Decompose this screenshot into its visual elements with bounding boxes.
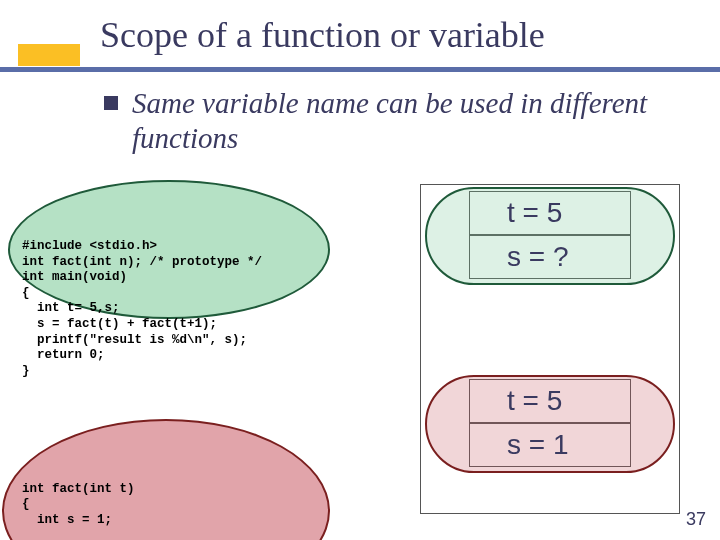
fact-s-label: s = 1 — [507, 429, 568, 461]
code-main-text: #include <stdio.h> int fact(int n); /* p… — [22, 239, 332, 380]
scope-diagram: t = 5 s = ? t = 5 s = 1 — [420, 184, 680, 514]
bullet-icon — [104, 96, 118, 110]
main-t-label: t = 5 — [507, 197, 562, 229]
code-area: #include <stdio.h> int fact(int n); /* p… — [12, 184, 342, 540]
code-block-fact: int fact(int t) { int s = 1; while(t>1) … — [12, 427, 342, 540]
bullet-row: Same variable name can be used in differ… — [104, 86, 690, 156]
bullet-text: Same variable name can be used in differ… — [132, 86, 690, 156]
accent-square — [18, 44, 80, 66]
slide: Scope of a function or variable Same var… — [0, 0, 720, 540]
slide-title: Scope of a function or variable — [100, 14, 545, 56]
code-fact-text: int fact(int t) { int s = 1; while(t>1) … — [22, 482, 332, 540]
code-block-main: #include <stdio.h> int fact(int n); /* p… — [12, 184, 342, 419]
main-s-label: s = ? — [507, 241, 568, 273]
fact-t-label: t = 5 — [507, 385, 562, 417]
page-number: 37 — [686, 509, 706, 530]
accent-rule — [0, 67, 720, 72]
